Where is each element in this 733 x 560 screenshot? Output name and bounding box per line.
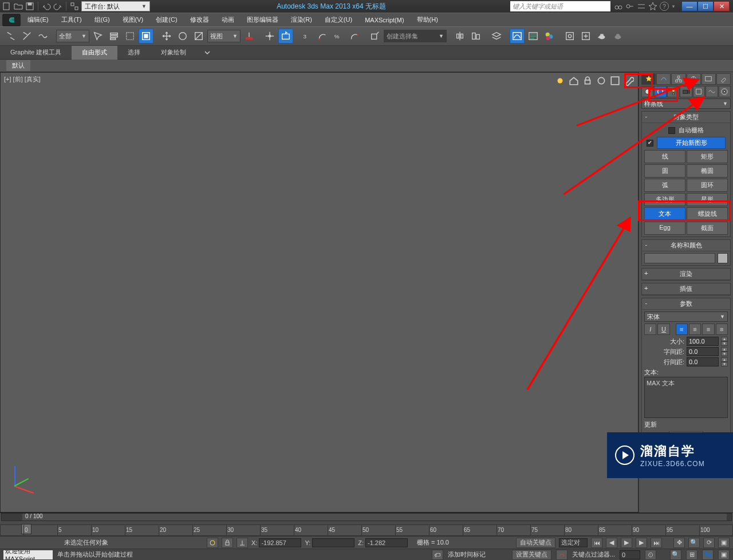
shape-donut[interactable]: 圆环 [687,179,728,192]
redo-icon[interactable] [53,2,62,11]
coord-x[interactable]: -192.857 [259,538,301,547]
panel-tab-hierarchy[interactable] [671,73,685,85]
close-button[interactable]: ✕ [714,1,730,11]
lock-icon[interactable] [222,538,233,548]
snap-3-icon[interactable]: 3 [299,29,314,44]
menu-tools[interactable]: 工具(T) [56,14,88,26]
key-filters-label[interactable]: 关键点过滤器... [572,550,615,559]
viewport-shade-icon[interactable] [596,75,607,86]
time-config-icon[interactable]: ⏲ [645,550,656,560]
select-name-icon[interactable] [107,29,121,44]
panel-cat-shapes[interactable] [654,86,666,97]
menu-help[interactable]: 帮助(H) [411,14,444,26]
exchange-icon[interactable] [637,2,646,11]
undo-icon[interactable] [42,2,51,11]
time-slider[interactable]: 0 / 100 [1,513,732,523]
new-icon[interactable] [2,2,11,11]
shape-arc[interactable]: 弧 [644,179,685,192]
nav-pan-icon[interactable]: ✥ [673,538,685,548]
coord-z[interactable]: -1.282 [365,538,408,547]
scale-tool-icon[interactable] [191,29,206,44]
menu-view[interactable]: 视图(V) [117,14,149,26]
shape-ellipse[interactable]: 椭圆 [687,164,728,178]
keymode-select[interactable]: 选定对 [559,538,588,547]
shape-section[interactable]: 截面 [687,222,728,235]
schematic-view-icon[interactable] [526,29,541,44]
mirror-icon[interactable] [452,29,467,44]
search-input[interactable]: 键入关键字或短语 [510,1,610,11]
play-end-icon[interactable]: ⏭ [651,538,662,548]
save-icon[interactable] [25,2,34,11]
link-tool-icon[interactable] [3,29,18,44]
viewport-home-icon[interactable] [568,75,580,86]
menu-customize[interactable]: 自定义(U) [319,14,358,26]
panel-tab-modify[interactable] [656,73,671,85]
shape-ngon[interactable]: 多边形 [644,193,685,206]
current-frame[interactable]: 0 [620,550,640,559]
ribbon-expand-icon[interactable] [202,48,212,58]
menu-animation[interactable]: 动画 [216,14,240,26]
spinner-snap-icon[interactable] [347,29,362,44]
render-frame-icon[interactable] [578,29,593,44]
viewport-lock-icon[interactable] [582,75,593,86]
bind-tool-icon[interactable] [36,29,50,44]
panel-cat-spacewarps[interactable] [706,86,718,97]
viewport-light-icon[interactable] [554,75,566,86]
percent-snap-icon[interactable]: % [331,29,346,44]
link-icon[interactable] [70,2,79,11]
rollout-interpolation[interactable]: +插值 [641,283,731,295]
ribbon-tab-objectpaint[interactable]: 对象绘制 [151,46,196,60]
play-prev-icon[interactable]: ◀ [606,538,617,548]
start-new-shape-button[interactable]: 开始新图形 [657,137,726,149]
layers-icon[interactable] [489,29,504,44]
align-icon[interactable] [468,29,483,44]
font-select[interactable]: 宋体▼ [644,311,728,322]
abs-rel-icon[interactable] [237,538,248,548]
star-icon[interactable] [648,2,657,11]
named-selection-set[interactable]: 创建选择集▼ [384,30,447,42]
keyboard-shortcut-icon[interactable] [278,29,293,44]
panel-subcategory[interactable]: 样条线▼ [641,98,731,109]
menu-group[interactable]: 组(G) [89,14,116,26]
refcoord-select[interactable]: 视图▼ [207,30,241,42]
nav-max2-icon[interactable]: ▣ [718,550,730,560]
help-icon[interactable]: ? [660,2,669,11]
time-tag-icon[interactable]: 🏷 [432,550,443,560]
unlink-tool-icon[interactable] [19,29,34,44]
align-right-button[interactable]: ≡ [702,324,714,335]
startshape-checkbox[interactable] [647,140,653,147]
panel-cat-geometry[interactable] [641,86,653,97]
render-setup-icon[interactable] [562,29,577,44]
shape-star[interactable]: 星形 [687,193,728,206]
panel-cat-lights[interactable] [667,86,679,97]
shape-text[interactable]: 文本 [644,207,685,220]
nav-zoom2-icon[interactable]: 🔍 [670,550,681,560]
align-center-button[interactable]: ≡ [689,324,701,335]
menu-create[interactable]: 创建(C) [150,14,183,26]
play-start-icon[interactable]: ⏮ [591,538,602,548]
object-name-input[interactable] [644,253,715,263]
menu-maxscript[interactable]: MAXScript(M) [359,15,409,25]
key-filters-icon[interactable] [556,550,568,560]
key-icon[interactable] [625,2,635,11]
menu-render[interactable]: 渲染(R) [285,14,318,26]
play-next-icon[interactable]: ▶ [636,538,647,548]
shape-helix[interactable]: 螺旋线 [687,207,728,220]
ribbon-tab-select[interactable]: 选择 [117,46,151,60]
pivot-icon[interactable] [242,29,257,44]
angle-snap-icon[interactable] [315,29,330,44]
autogrid-checkbox[interactable] [668,127,675,134]
ribbon-sub-default[interactable]: 默认 [6,60,31,72]
workspace-selector[interactable]: 工作台: 默认 ▼ [81,1,150,11]
timeline-ruler[interactable]: 0510152025303540455055606570758085909510… [0,524,733,536]
panel-cat-cameras[interactable] [680,86,692,97]
select-object-icon[interactable] [90,29,105,44]
nav-walk-icon[interactable]: 👣 [702,550,714,560]
play-icon[interactable]: ▶ [621,538,632,548]
shape-line[interactable]: 线 [644,150,685,163]
shape-circle[interactable]: 圆 [644,164,685,178]
open-icon[interactable] [14,2,23,11]
move-tool-icon[interactable] [159,29,174,44]
binoculars-icon[interactable] [614,2,623,11]
color-swatch[interactable] [718,253,728,263]
